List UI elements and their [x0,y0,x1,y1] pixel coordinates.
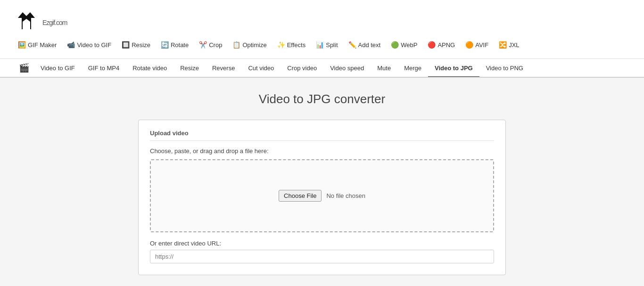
url-label: Or enter direct video URL: [150,240,494,247]
jxl-icon: 🔀 [499,41,507,49]
top-nav-gif-maker[interactable]: 🖼️GIF Maker [14,40,60,50]
sub-mute[interactable]: Mute [371,60,397,77]
sub-cut-video[interactable]: Cut video [241,60,281,77]
apng-label: APNG [438,41,455,49]
sub-reverse[interactable]: Reverse [206,60,241,77]
top-nav-video-to-gif[interactable]: 📹Video to GIF [63,40,115,50]
sub-video-to-gif[interactable]: Video to GIF [34,60,82,77]
gif-maker-label: GIF Maker [28,41,57,49]
webp-icon: 🟢 [391,41,399,49]
resize-label: Resize [132,41,150,49]
sub-merge[interactable]: Merge [397,60,428,77]
add-text-label: Add text [358,41,381,49]
choose-file-button[interactable]: Choose File [279,190,322,202]
upload-box: Upload video Choose, paste, or drag and … [138,120,506,275]
upload-box-title: Upload video [150,130,494,141]
url-input[interactable] [150,250,494,263]
upload-instruction: Choose, paste, or drag and drop a file h… [150,147,494,155]
resize-icon: 🔲 [122,41,130,49]
logo-icon [14,8,39,33]
logo-name: Ezgif [42,19,55,26]
top-nav-resize[interactable]: 🔲Resize [118,40,154,50]
logo-text: Ezgif.com [42,13,67,28]
sub-gif-to-mp4[interactable]: GIF to MP4 [82,60,126,77]
film-icon: 🎬 [14,59,34,77]
avif-label: AVIF [475,41,488,49]
add-text-icon: ✏️ [348,41,356,49]
header: Ezgif.com 🖼️GIF Maker📹Video to GIF🔲Resiz… [0,0,644,59]
top-nav-effects[interactable]: ✨Effects [273,40,310,50]
split-label: Split [326,41,338,49]
top-nav: 🖼️GIF Maker📹Video to GIF🔲Resize🔄Rotate✂️… [14,40,630,54]
top-nav-webp[interactable]: 🟢WebP [387,40,421,50]
split-icon: 📊 [316,41,324,49]
webp-label: WebP [401,41,417,49]
video-to-gif-label: Video to GIF [77,41,111,49]
top-nav-add-text[interactable]: ✏️Add text [345,40,385,50]
sub-video-to-png[interactable]: Video to PNG [479,60,530,77]
page-title: Video to JPG converter [138,92,506,106]
effects-icon: ✨ [277,41,285,49]
logo-area: Ezgif.com [14,8,630,33]
crop-icon: ✂️ [199,41,207,49]
top-nav-apng[interactable]: 🔴APNG [424,40,459,50]
video-to-gif-icon: 📹 [67,41,75,49]
top-nav-optimize[interactable]: 📋Optimize [229,40,270,50]
sub-nav: 🎬 Video to GIFGIF to MP4Rotate videoResi… [0,59,644,78]
top-nav-jxl[interactable]: 🔀JXL [495,40,523,50]
drop-zone[interactable]: Choose File No file chosen [150,159,494,232]
rotate-icon: 🔄 [161,41,169,49]
main-content: Video to JPG converter Upload video Choo… [129,92,515,275]
optimize-label: Optimize [242,41,266,49]
rotate-label: Rotate [171,41,189,49]
sub-video-speed[interactable]: Video speed [323,60,371,77]
jxl-label: JXL [509,41,519,49]
avif-icon: 🟠 [465,41,473,49]
gif-maker-icon: 🖼️ [18,41,26,49]
top-nav-crop[interactable]: ✂️Crop [195,40,226,50]
top-nav-avif[interactable]: 🟠AVIF [462,40,492,50]
apng-icon: 🔴 [428,41,436,49]
top-nav-rotate[interactable]: 🔄Rotate [157,40,192,50]
effects-label: Effects [287,41,306,49]
top-nav-split[interactable]: 📊Split [312,40,341,50]
sub-crop-video[interactable]: Crop video [281,60,323,77]
crop-label: Crop [209,41,222,49]
sub-video-to-jpg[interactable]: Video to JPG [428,60,479,77]
logo-suffix: .com [55,19,67,26]
file-input-area: Choose File No file chosen [279,190,365,202]
sub-rotate-video[interactable]: Rotate video [126,60,173,77]
no-file-text: No file chosen [326,192,365,199]
sub-resize[interactable]: Resize [173,60,206,77]
optimize-icon: 📋 [232,41,240,49]
